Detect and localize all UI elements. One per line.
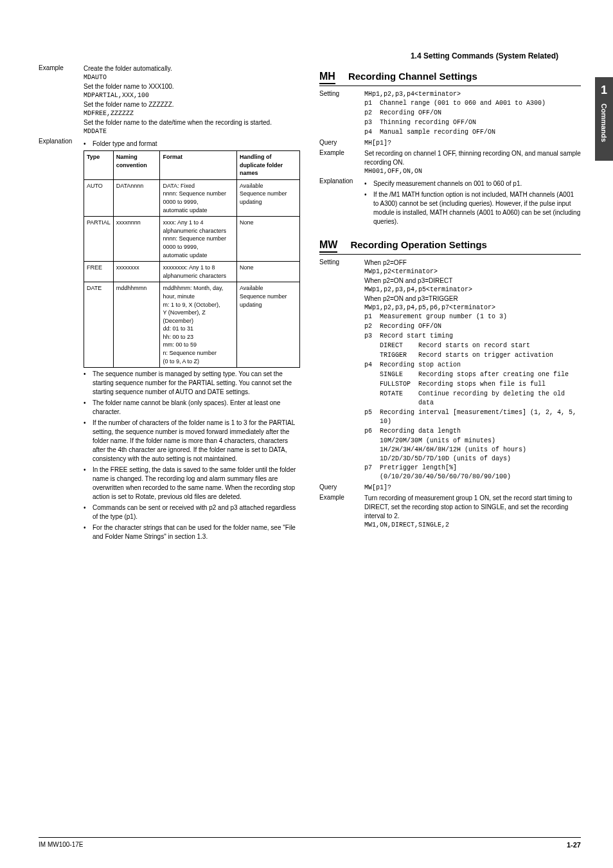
mw-header: MW Recording Operation Settings [319, 239, 581, 255]
table-row: PARTIALxxxxnnnnxxxx: Any 1 to 4 alphanum… [84, 217, 300, 262]
query-label: Query [319, 139, 364, 146]
mw-example-text: Turn recording of measurement group 1 ON… [364, 494, 581, 521]
table-cell: mddhhmmn [113, 282, 160, 368]
bullet: •For the character strings that can be u… [84, 523, 300, 541]
mw-cmd: MW [319, 239, 337, 253]
right-column: MH Recording Channel Settings Setting MH… [319, 64, 581, 543]
table-cell: Available Sequence number updating [237, 282, 300, 368]
left-column: Example Create the folder automatically.… [39, 64, 300, 543]
table-cell: DATE [84, 282, 114, 368]
bullet: •If the number of characters of the fold… [84, 419, 300, 464]
sub-param: FULLSTOPRecording stops when file is ful… [380, 380, 581, 389]
table-cell: DATAnnnn [113, 179, 160, 216]
table-cell: None [237, 217, 300, 262]
setting-label: Setting [319, 258, 364, 266]
page-number: 1-27 [567, 841, 581, 849]
side-tab: 1 Commands [595, 77, 613, 161]
table-cell: xxxxnnnn [113, 217, 160, 262]
table-header: Handling of duplicate folder names [237, 151, 300, 180]
example-content: Create the folder automatically. MDAUTOS… [84, 64, 300, 136]
table-cell: xxxx: Any 1 to 4 alphanumeric characters… [160, 217, 237, 262]
example-line: Set the folder name to the date/time whe… [84, 118, 300, 127]
table-cell: xxxxxxxx: Any 1 to 8 alphanumeric charac… [160, 262, 237, 282]
table-header: Type [84, 151, 114, 180]
mw-query: MW[p1]? [364, 484, 581, 493]
footer: IM MW100-17E 1-27 [39, 837, 581, 849]
mw-cond: When p2=ON and p3=DIRECT [364, 276, 581, 285]
mw-title: Recording Operation Settings [350, 239, 487, 250]
param: p1Channel range (001 to 060 and A001 to … [364, 99, 581, 108]
mh-example-code: MH001,OFF,ON,ON [364, 167, 581, 176]
sub-param: ROTATEContinue recording by deleting the… [380, 390, 581, 408]
mw-cond: When p2=OFF [364, 258, 581, 267]
example-line: MDAUTO [84, 73, 300, 82]
mw-cond: When p2=ON and p3=TRIGGER [364, 294, 581, 303]
param-name: p6 [364, 427, 380, 436]
table-cell: DATA: Fixed nnnn: Sequence number 0000 t… [160, 179, 237, 216]
mw-syntax: MWp1,p2,p3,p4,p5<terminator> [364, 285, 581, 294]
example-line: MDFREE,ZZZZZZ [84, 109, 300, 118]
mh-cmd: MH [319, 71, 335, 84]
exp-bullet: Folder type and format [93, 140, 300, 149]
param: p3Thinning recording OFF/ON [364, 118, 581, 127]
mh-header: MH Recording Channel Settings [319, 71, 581, 86]
table-cell: Available Sequence number updating [237, 179, 300, 216]
param-line: 1D/2D/3D/5D/7D/10D (units of days) [380, 455, 581, 464]
param-name: p3 [364, 332, 380, 341]
query-label: Query [319, 484, 364, 491]
example-line: Set the folder name to ZZZZZZ. [84, 100, 300, 109]
param: p2Recording OFF/ON [364, 322, 581, 331]
bullet: •The folder name cannot be blank (only s… [84, 399, 300, 417]
mh-syntax: MHp1,p2,p3,p4<terminator> [364, 90, 581, 99]
section-header: 1.4 Setting Commands (System Related) [411, 51, 558, 60]
table-row: DATEmddhhmmnmddhhmm: Month, day, hour, m… [84, 282, 300, 368]
chapter-label: Commands [600, 104, 608, 142]
bullet: •Specify measurement channels on 001 to … [364, 179, 581, 188]
example-label: Example [319, 149, 364, 156]
example-label: Example [319, 494, 364, 501]
page: 1.4 Setting Commands (System Related) 1 … [0, 0, 613, 868]
footer-left: IM MW100-17E [39, 841, 83, 849]
param: p4Manual sample recording OFF/ON [364, 128, 581, 137]
mh-query: MH[p1]? [364, 139, 581, 148]
example-line: MDPARTIAL,XXX,100 [84, 91, 300, 100]
sub-param: DIRECTRecord starts on record start [380, 341, 581, 350]
example-line: MDDATE [84, 127, 300, 136]
format-table: TypeNaming conventionFormatHandling of d… [84, 150, 300, 368]
table-header: Naming convention [113, 151, 160, 180]
chapter-number: 1 [601, 84, 607, 97]
table-header: Format [160, 151, 237, 180]
mh-title: Recording Channel Settings [348, 71, 477, 82]
param-desc: Record start timing [380, 332, 581, 341]
table-cell: xxxxxxxx [113, 262, 160, 282]
explanation-label: Explanation [319, 177, 364, 185]
example-text: Create the folder automatically. [84, 64, 300, 73]
bullet: •In the FREE setting, the data is saved … [84, 466, 300, 502]
bullet: •If the /M1 MATH function option is not … [364, 190, 581, 226]
explanation-content: •Folder type and format TypeNaming conve… [84, 138, 300, 541]
mw-syntax: MWp1,p2,p3,p4,p5,p6,p7<terminator> [364, 303, 581, 312]
param: p1Measurement group number (1 to 3) [364, 312, 581, 321]
table-cell: PARTIAL [84, 217, 114, 262]
table-cell: AUTO [84, 179, 114, 216]
param-desc: Recording stop action [380, 361, 581, 370]
example-label: Example [39, 64, 84, 71]
param-desc: Recording data length [380, 427, 581, 436]
param: p2Recording OFF/ON [364, 109, 581, 118]
param-desc: Recording interval [measurement/times] (… [380, 408, 581, 426]
bullet: •Commands can be sent or received with p… [84, 503, 300, 521]
param-name: p7 [364, 464, 380, 473]
table-row: AUTODATAnnnnDATA: Fixed nnnn: Sequence n… [84, 179, 300, 216]
param-desc: Pretrigger length[%] (0/10/20/30/40/50/6… [380, 464, 581, 482]
mw-example-code: MW1,ON,DIRECT,SINGLE,2 [364, 521, 581, 530]
table-cell: FREE [84, 262, 114, 282]
table-row: FREExxxxxxxxxxxxxxxx: Any 1 to 8 alphanu… [84, 262, 300, 282]
table-cell: None [237, 262, 300, 282]
bullet: •The sequence number is managed by setti… [84, 370, 300, 397]
sub-param: TRIGGERRecord starts on trigger activati… [380, 351, 581, 360]
mh-example-text: Set recording on channel 1 OFF, thinning… [364, 149, 581, 167]
param-name: p4 [364, 361, 380, 370]
explanation-label: Explanation [39, 138, 84, 145]
setting-label: Setting [319, 90, 364, 97]
example-line: Set the folder name to XXX100. [84, 82, 300, 91]
